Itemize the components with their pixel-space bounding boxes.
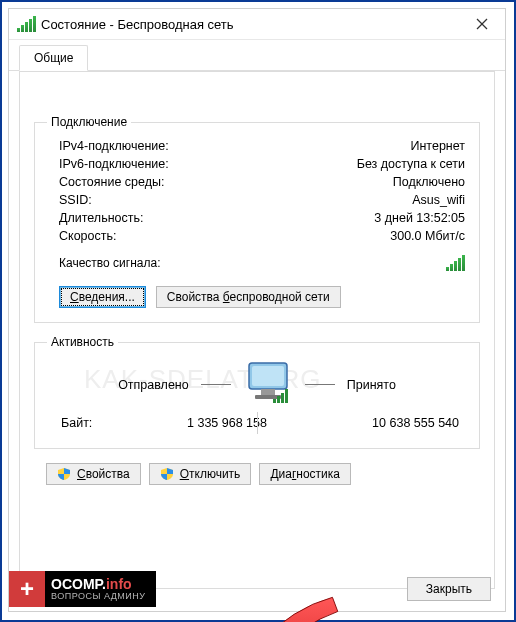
details-button-label: Сведения... <box>70 290 135 304</box>
annotation-arrow <box>134 592 354 622</box>
close-button[interactable] <box>467 9 497 39</box>
kv-ssid: SSID: Asus_wifi <box>47 191 467 209</box>
monitor-icon <box>243 361 293 408</box>
properties-button-label: Свойства <box>77 467 130 481</box>
connector-line <box>305 384 335 385</box>
bytes-row: Байт: 1 335 968 158 10 638 555 540 <box>47 414 467 432</box>
kv-value: 300.0 Мбит/с <box>390 229 465 243</box>
close-dialog-button[interactable]: Закрыть <box>407 577 491 601</box>
sent-label: Отправлено <box>118 378 189 392</box>
kv-value: Без доступа к сети <box>357 157 465 171</box>
svg-rect-8 <box>281 393 284 403</box>
kv-key: Длительность: <box>59 211 144 225</box>
kv-key: Скорость: <box>59 229 116 243</box>
svg-rect-7 <box>277 396 280 403</box>
tab-general[interactable]: Общие <box>19 45 88 71</box>
connection-group: Подключение IPv4-подключение: Интернет I… <box>34 115 480 323</box>
bytes-label: Байт: <box>61 416 92 430</box>
kv-duration: Длительность: 3 дней 13:52:05 <box>47 209 467 227</box>
activity-legend: Активность <box>47 335 118 349</box>
signal-icon <box>17 15 35 33</box>
badge-text: OCOMP.info ВОПРОСЫ АДМИНУ <box>51 577 146 601</box>
kv-media-state: Состояние среды: Подключено <box>47 173 467 191</box>
kv-key: SSID: <box>59 193 92 207</box>
signal-quality-label: Качество сигнала: <box>59 256 160 270</box>
site-badge: + OCOMP.info ВОПРОСЫ АДМИНУ <box>9 571 156 607</box>
disable-button-label: Отключить <box>180 467 241 481</box>
kv-key: IPv4-подключение: <box>59 139 169 153</box>
shield-icon <box>57 467 71 481</box>
signal-quality-row: Качество сигнала: <box>47 245 467 278</box>
bytes-sent-value: 1 335 968 158 <box>187 416 267 430</box>
kv-ipv4: IPv4-подключение: Интернет <box>47 137 467 155</box>
window-title: Состояние - Беспроводная сеть <box>41 17 234 32</box>
dialog-bottom-bar: Закрыть <box>407 577 491 601</box>
kv-value: 3 дней 13:52:05 <box>374 211 465 225</box>
badge-plus-icon: + <box>9 571 45 607</box>
diagnose-button-label: Диагностика <box>270 467 340 481</box>
dialog-window: Состояние - Беспроводная сеть Общие KAK-… <box>8 8 506 612</box>
kv-speed: Скорость: 300.0 Мбит/с <box>47 227 467 245</box>
svg-rect-6 <box>273 399 276 403</box>
activity-group: Активность Отправлено <box>34 335 480 449</box>
kv-ipv6: IPv6-подключение: Без доступа к сети <box>47 155 467 173</box>
outer-border: Состояние - Беспроводная сеть Общие KAK-… <box>0 0 516 622</box>
properties-button[interactable]: Свойства <box>46 463 141 485</box>
title-bar: Состояние - Беспроводная сеть <box>9 9 505 40</box>
badge-l1a: OCOMP. <box>51 576 106 592</box>
wireless-properties-label: Свойства беспроводной сети <box>167 290 330 304</box>
shield-icon <box>160 467 174 481</box>
kv-value: Интернет <box>410 139 465 153</box>
details-button[interactable]: Сведения... <box>59 286 146 308</box>
activity-visualization: Отправлено <box>47 357 467 414</box>
received-label: Принято <box>347 378 396 392</box>
kv-value: Подключено <box>393 175 465 189</box>
kv-value: Asus_wifi <box>412 193 465 207</box>
svg-rect-3 <box>252 366 284 386</box>
wireless-properties-button[interactable]: Свойства беспроводной сети <box>156 286 341 308</box>
connector-line <box>201 384 231 385</box>
badge-l1b: info <box>106 576 132 592</box>
close-icon <box>476 18 488 30</box>
svg-rect-9 <box>285 389 288 403</box>
signal-quality-icon <box>446 251 465 274</box>
action-buttons-row: Свойства Отключить Диагностика <box>34 461 480 487</box>
svg-rect-4 <box>261 389 275 395</box>
bytes-received-value: 10 638 555 540 <box>372 416 459 430</box>
badge-l2: ВОПРОСЫ АДМИНУ <box>51 592 146 601</box>
tab-strip: Общие <box>9 40 505 71</box>
tab-content: KAK-SDELAT.ORG Подключение IPv4-подключе… <box>19 71 495 589</box>
connection-legend: Подключение <box>47 115 131 129</box>
kv-key: IPv6-подключение: <box>59 157 169 171</box>
kv-key: Состояние среды: <box>59 175 164 189</box>
diagnose-button[interactable]: Диагностика <box>259 463 351 485</box>
connection-buttons-row: Сведения... Свойства беспроводной сети <box>47 278 467 310</box>
disable-button[interactable]: Отключить <box>149 463 252 485</box>
bytes-divider <box>257 412 258 434</box>
